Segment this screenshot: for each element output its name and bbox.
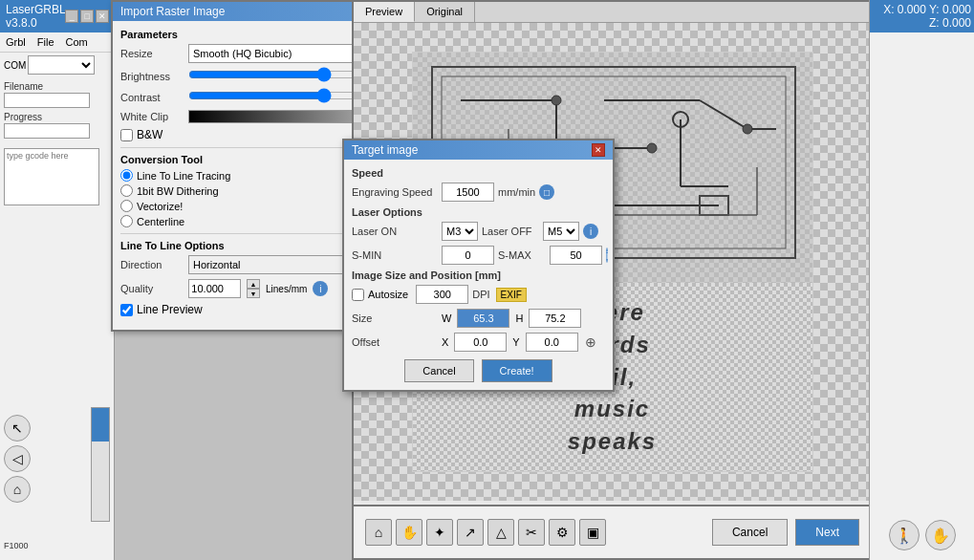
s-max-input[interactable] xyxy=(550,246,602,265)
radio-line-to-line-input[interactable] xyxy=(120,169,133,182)
target-dialog: Target image ✕ Speed Engraving Speed mm/… xyxy=(342,139,615,392)
laser-on-label: Laser ON xyxy=(352,226,438,237)
coords-label: X: 0.000 Y: 0.000 Z: 0.000 xyxy=(883,3,971,30)
main-sidebar: LaserGRBL v3.8.0 _ □ ✕ Grbl File Com COM… xyxy=(0,0,115,560)
tab-original[interactable]: Original xyxy=(415,2,475,22)
right-title-bar: X: 0.000 Y: 0.000 Z: 0.000 xyxy=(870,0,974,32)
maximize-btn[interactable]: □ xyxy=(80,10,94,23)
dpi-input[interactable] xyxy=(416,285,468,304)
menu-com[interactable]: Com xyxy=(60,34,94,50)
laser-off-select[interactable]: M5 xyxy=(543,222,579,241)
crosshair-button[interactable]: ⊕ xyxy=(582,334,599,351)
cut-icon-btn[interactable]: ✂ xyxy=(518,519,545,546)
home-btn[interactable]: ⌂ xyxy=(4,476,31,503)
tab-preview[interactable]: Preview xyxy=(354,2,415,22)
offset-label: Offset xyxy=(352,336,438,348)
width-input[interactable] xyxy=(457,309,509,328)
autosize-label: Autosize xyxy=(368,289,408,300)
size-label: Size xyxy=(352,312,438,324)
com-label: COM xyxy=(4,60,26,71)
target-body: Speed Engraving Speed mm/min □ Laser Opt… xyxy=(344,160,613,390)
close-btn[interactable]: ✕ xyxy=(96,10,109,23)
s-max-label: S-MAX xyxy=(498,249,546,261)
line-preview-label: Line Preview xyxy=(137,303,203,316)
text-line-4: music xyxy=(568,393,657,425)
smax-info-btn[interactable]: i xyxy=(606,248,608,263)
offset-row: Offset X Y ⊕ xyxy=(352,333,605,352)
target-cancel-button[interactable]: Cancel xyxy=(404,359,473,382)
line-preview-checkbox[interactable] xyxy=(120,304,133,316)
walk-icon-btn[interactable]: 🚶 xyxy=(889,520,920,550)
settings-icon-btn[interactable]: ⚙ xyxy=(549,519,575,546)
autosize-checkbox[interactable] xyxy=(352,289,364,301)
engraving-speed-input[interactable] xyxy=(442,183,494,202)
svg-line-6 xyxy=(700,100,747,129)
bw-checkbox[interactable] xyxy=(120,129,133,141)
radio-centerline-input[interactable] xyxy=(120,215,133,227)
minimize-btn[interactable]: _ xyxy=(65,10,78,23)
radio-1bit-input[interactable] xyxy=(120,184,133,197)
quality-input[interactable] xyxy=(188,279,241,298)
laser-icon-btn[interactable]: ▣ xyxy=(579,519,606,546)
quality-info-btn[interactable]: i xyxy=(313,281,328,296)
radio-vectorize-input[interactable] xyxy=(120,200,133,212)
quality-down[interactable]: ▼ xyxy=(247,289,260,298)
s-min-input[interactable] xyxy=(442,246,494,265)
target-title-label: Target image xyxy=(352,143,418,157)
h-label: H xyxy=(515,312,523,324)
quality-up[interactable]: ▲ xyxy=(247,279,260,289)
home-icon-btn[interactable]: ⌂ xyxy=(365,519,392,546)
quality-label: Quality xyxy=(120,283,183,294)
quality-unit: Lines/mm xyxy=(266,284,307,294)
shape-icon-btn[interactable]: △ xyxy=(487,519,514,546)
bottom-buttons: Cancel Next xyxy=(712,519,859,546)
menu-bar: Grbl File Com xyxy=(0,32,114,53)
target-create-button[interactable]: Create! xyxy=(482,359,552,382)
f-value: F1000 xyxy=(4,541,29,550)
preview-tabs: Preview Original xyxy=(354,2,871,23)
speed-info-btn[interactable]: □ xyxy=(539,184,554,200)
height-input[interactable] xyxy=(529,309,581,328)
hand-right-btn[interactable]: ✋ xyxy=(925,520,956,550)
arrow-icon-btn[interactable]: ↗ xyxy=(457,519,484,546)
white-clip-label: White Clip xyxy=(120,111,183,122)
target-close[interactable]: ✕ xyxy=(592,143,605,157)
gcode-input[interactable] xyxy=(4,148,99,205)
target-dialog-title: Target image ✕ xyxy=(344,140,613,160)
laser-on-select[interactable]: M3 xyxy=(442,222,478,241)
y-offset-input[interactable] xyxy=(526,333,578,352)
speed-section-label: Speed xyxy=(352,167,605,179)
hand-icon-btn[interactable]: ✋ xyxy=(396,519,422,546)
resize-label: Resize xyxy=(120,48,183,59)
cancel-button[interactable]: Cancel xyxy=(712,519,788,546)
app-title-bar: LaserGRBL v3.8.0 _ □ ✕ xyxy=(0,0,114,32)
progress-input[interactable] xyxy=(4,123,90,139)
com-row: COM xyxy=(0,53,114,77)
x-label: X xyxy=(442,336,448,348)
menu-file[interactable]: File xyxy=(32,34,60,50)
bottom-icons: ⌂ ✋ ✦ ↗ △ ✂ ⚙ ▣ xyxy=(365,519,606,546)
x-offset-input[interactable] xyxy=(454,333,507,352)
contrast-label: Contrast xyxy=(120,92,183,103)
next-button[interactable]: Next xyxy=(795,519,859,546)
s-min-label: S-MIN xyxy=(352,249,438,261)
import-title-label: Import Raster Image xyxy=(120,5,225,18)
radio-line-to-line-label: Line To Line Tracing xyxy=(137,170,230,182)
filename-input[interactable] xyxy=(4,93,90,108)
window-controls: _ □ ✕ xyxy=(65,10,109,23)
move-left-btn[interactable]: ◁ xyxy=(4,445,31,472)
radio-1bit-label: 1bit BW Dithering xyxy=(137,185,219,197)
exif-button[interactable]: EXIF xyxy=(496,288,527,302)
laser-on-row: Laser ON M3 Laser OFF M5 i xyxy=(352,222,605,241)
bw-label: B&W xyxy=(137,128,162,141)
radio-centerline-label: Centerline xyxy=(137,216,184,227)
menu-grbl[interactable]: Grbl xyxy=(0,34,32,50)
app-title: LaserGRBL v3.8.0 xyxy=(6,3,65,30)
com-select[interactable] xyxy=(28,55,95,75)
cursor-tool-btn[interactable]: ↖ xyxy=(4,415,31,442)
right-panel: X: 0.000 Y: 0.000 Z: 0.000 🚶 ✋ xyxy=(869,0,974,560)
text-line-5: speaks xyxy=(568,425,657,458)
w-label: W xyxy=(442,312,451,324)
laser-info-btn[interactable]: i xyxy=(583,224,598,239)
move-icon-btn[interactable]: ✦ xyxy=(426,519,453,546)
